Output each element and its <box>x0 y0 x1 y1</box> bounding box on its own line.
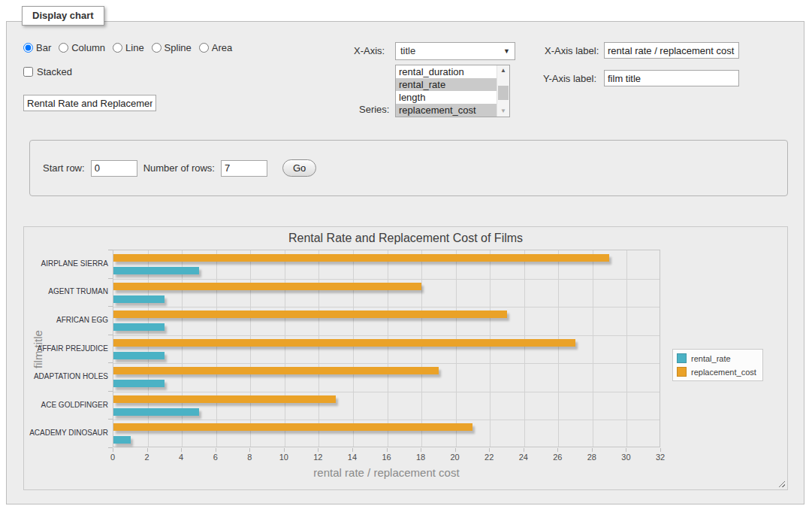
scrollbar-thumb[interactable] <box>498 86 509 100</box>
start-row-input[interactable] <box>91 160 137 177</box>
x-tickmark <box>318 448 318 452</box>
plot-grid <box>113 250 660 447</box>
bar-replacement_cost <box>113 254 609 262</box>
series-field-label: Series: <box>359 104 389 115</box>
series-option-rental_duration[interactable]: rental_duration <box>396 65 497 78</box>
x-tick-label: 14 <box>348 453 357 462</box>
xaxis-label-input[interactable] <box>604 42 739 59</box>
bar-rental_rate <box>113 323 165 331</box>
gridline-vertical <box>182 250 183 447</box>
x-tickmark <box>181 448 182 452</box>
stacked-checkbox[interactable] <box>23 67 33 77</box>
num-rows-input[interactable] <box>221 160 267 177</box>
x-tick-label: 28 <box>587 453 596 462</box>
series-scrollbar[interactable]: ▲ ▼ <box>497 65 509 117</box>
series-option-rental_rate[interactable]: rental_rate <box>396 78 497 91</box>
x-tickmark <box>626 448 626 452</box>
bar-rental_rate <box>113 380 165 387</box>
x-tick-label: 8 <box>247 453 252 462</box>
x-tick-label: 32 <box>656 453 665 462</box>
y-category-label: ACADEMY DINOSAUR <box>26 429 108 438</box>
chart-type-option-column[interactable]: Column <box>59 42 105 53</box>
gridline-horizontal <box>113 335 660 336</box>
bar-replacement_cost <box>113 283 421 290</box>
bar-replacement_cost <box>113 339 575 347</box>
x-tickmark <box>660 448 661 452</box>
bar-rental_rate <box>113 267 199 274</box>
gridline-vertical <box>456 250 457 447</box>
chart-panel: Rental Rate and Replacement Cost of Film… <box>23 226 788 490</box>
gridline-horizontal <box>113 279 660 280</box>
x-tickmark <box>421 448 421 452</box>
y-tickmark <box>108 391 113 392</box>
x-tick-label: 0 <box>110 453 115 462</box>
gridline-vertical <box>353 250 354 447</box>
dropdown-arrow-icon: ▼ <box>503 48 510 55</box>
gridline-vertical <box>285 250 285 447</box>
gridline-vertical <box>490 250 491 447</box>
y-tickmark <box>108 335 113 335</box>
gridline-vertical <box>148 250 149 447</box>
series-option-length[interactable]: length <box>396 91 497 104</box>
series-option-replacement_cost[interactable]: replacement_cost <box>396 104 497 117</box>
stacked-option[interactable]: Stacked <box>23 66 72 77</box>
legend-item-rental_rate: rental_rate <box>677 353 756 363</box>
stacked-label: Stacked <box>37 66 72 77</box>
x-tick-label: 18 <box>416 453 425 462</box>
gridline-horizontal <box>113 420 660 420</box>
bar-rental_rate <box>113 408 199 416</box>
chart-type-radio-bar[interactable] <box>23 43 33 53</box>
y-category-label: ADAPTATION HOLES <box>26 372 108 381</box>
yaxis-label-input[interactable] <box>604 70 739 86</box>
scroll-up-icon[interactable]: ▲ <box>497 65 509 76</box>
x-tick-label: 26 <box>553 453 562 462</box>
xaxis-select[interactable]: title ▼ <box>395 42 515 60</box>
x-tick-label: 24 <box>519 453 528 462</box>
bar-rental_rate <box>113 352 165 359</box>
gridline-horizontal <box>113 392 660 392</box>
xaxis-field-label: X-Axis: <box>354 45 385 56</box>
x-tick-label: 10 <box>279 453 288 462</box>
go-button[interactable]: Go <box>282 159 316 177</box>
x-tick-label: 2 <box>145 453 149 462</box>
rows-form-box: Start row: Number of rows: Go <box>29 140 788 196</box>
bar-replacement_cost <box>113 423 472 431</box>
start-row-label: Start row: <box>43 162 85 174</box>
chart-type-option-spline[interactable]: Spline <box>152 42 192 53</box>
chart-title-input[interactable] <box>23 95 156 111</box>
x-tickmark <box>352 448 353 452</box>
x-tickmark <box>216 448 216 452</box>
chart-type-label: Area <box>212 42 232 53</box>
x-tick-label: 20 <box>451 453 460 462</box>
chart-type-option-bar[interactable]: Bar <box>23 42 51 53</box>
chart-type-radio-area[interactable] <box>199 43 209 53</box>
chart-type-option-line[interactable]: Line <box>113 42 144 53</box>
x-tickmark <box>455 448 456 452</box>
legend-label: replacement_cost <box>691 368 756 377</box>
bar-replacement_cost <box>113 367 439 374</box>
chart-type-radio-line[interactable] <box>113 43 122 53</box>
scroll-down-icon[interactable]: ▼ <box>497 106 509 117</box>
gridline-vertical <box>558 250 559 447</box>
y-category-label: AGENT TRUMAN <box>26 287 108 296</box>
y-tickmark <box>108 447 113 448</box>
legend-label: rental_rate <box>691 354 731 363</box>
x-tick-label: 6 <box>213 453 218 462</box>
chart-type-option-area[interactable]: Area <box>199 42 232 53</box>
chart-type-radiogroup: BarColumnLineSplineArea <box>23 42 232 53</box>
y-tickmark <box>108 419 113 420</box>
bar-rental_rate <box>113 295 165 303</box>
legend-item-replacement_cost: replacement_cost <box>677 367 756 377</box>
series-listbox[interactable]: ▲ ▼ rental_durationrental_ratelengthrepl… <box>395 65 510 117</box>
num-rows-label: Number of rows: <box>143 162 215 174</box>
xaxis-selected-value: title <box>400 45 415 56</box>
chart-type-radio-column[interactable] <box>59 43 68 53</box>
gridline-horizontal <box>113 363 660 364</box>
chart-type-label: Spline <box>165 42 192 53</box>
y-category-label: AIRPLANE SIERRA <box>26 259 108 268</box>
gridline-vertical <box>626 250 627 447</box>
gridline-vertical <box>421 250 422 447</box>
chart-type-radio-spline[interactable] <box>152 43 161 53</box>
gridline-vertical <box>524 250 525 447</box>
resize-handle-icon[interactable] <box>777 479 785 487</box>
